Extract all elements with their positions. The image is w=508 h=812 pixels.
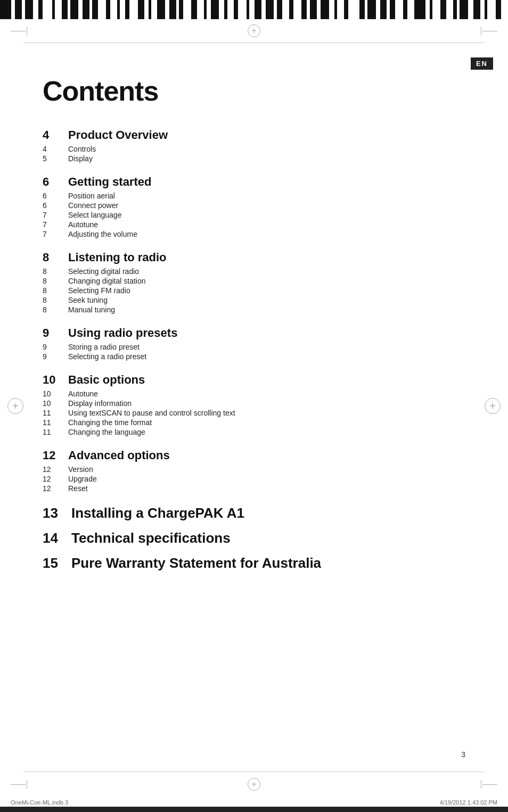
toc-item: 5Display <box>43 154 465 163</box>
item-page-number: 4 <box>43 145 60 153</box>
item-page-number: 7 <box>43 220 60 229</box>
large-section-number: 13 <box>43 505 63 521</box>
item-label: Seek tuning <box>68 296 108 304</box>
item-page-number: 12 <box>43 465 60 474</box>
toc-section: 4Product Overview4Controls5Display <box>43 128 465 163</box>
item-label: Connect power <box>68 201 118 210</box>
section-header: 12Advanced options <box>43 449 465 462</box>
main-content: Contents 4Product Overview4Controls5Disp… <box>0 43 508 612</box>
item-label: Storing a radio preset <box>68 343 140 351</box>
section-header: 9Using radio presets <box>43 326 465 340</box>
page-number: 3 <box>461 750 465 759</box>
toc-section-large: 15Pure Warranty Statement for Australia <box>43 555 465 571</box>
item-label: Autotune <box>68 390 98 398</box>
bottom-divider <box>23 772 485 772</box>
item-label: Selecting a radio preset <box>68 352 146 361</box>
toc-section: 9Using radio presets9Storing a radio pre… <box>43 326 465 361</box>
item-page-number: 9 <box>43 352 60 361</box>
item-label: Adjusting the volume <box>68 230 137 238</box>
item-page-number: 11 <box>43 418 60 427</box>
item-label: Autotune <box>68 220 98 229</box>
item-page-number: 8 <box>43 286 60 295</box>
item-label: Changing the language <box>68 428 145 436</box>
toc-items: 9Storing a radio preset9Selecting a radi… <box>43 342 465 361</box>
toc-item: 7Adjusting the volume <box>43 229 465 239</box>
item-label: Position aerial <box>68 192 115 200</box>
section-title: Listening to radio <box>68 251 167 264</box>
section-number: 8 <box>43 251 60 264</box>
item-label: Upgrade <box>68 475 97 483</box>
section-number: 12 <box>43 449 60 462</box>
item-page-number: 8 <box>43 296 60 304</box>
toc-items: 12Version12Upgrade12Reset <box>43 465 465 493</box>
top-right-crop <box>481 27 497 35</box>
section-header: 8Listening to radio <box>43 251 465 264</box>
toc-item: 10Display information <box>43 399 465 408</box>
item-page-number: 5 <box>43 154 60 163</box>
item-page-number: 8 <box>43 305 60 314</box>
large-section-title: Pure Warranty Statement for Australia <box>71 555 321 571</box>
toc-item: 8Selecting digital radio <box>43 267 465 276</box>
toc-item: 6Connect power <box>43 201 465 210</box>
section-header: 6Getting started <box>43 175 465 189</box>
item-label: Using textSCAN to pause and control scro… <box>68 409 235 417</box>
section-number: 9 <box>43 326 60 340</box>
item-page-number: 6 <box>43 192 60 200</box>
item-label: Select language <box>68 211 121 219</box>
toc-item: 12Reset <box>43 484 465 493</box>
item-label: Selecting digital radio <box>68 267 139 276</box>
bottom-barcode-strip <box>0 807 508 812</box>
item-page-number: 7 <box>43 230 60 238</box>
item-page-number: 8 <box>43 267 60 276</box>
section-title: Getting started <box>68 175 151 189</box>
item-label: Controls <box>68 145 96 153</box>
section-title: Advanced options <box>68 449 170 462</box>
toc-items: 4Controls5Display <box>43 144 465 163</box>
top-center-crosshair: + <box>248 24 260 37</box>
item-label: Manual tuning <box>68 305 115 314</box>
bottom-info-bar: OneMi-Coe-ML.indb 3 4/19/2012 1:43:02 PM <box>0 798 508 807</box>
toc-item: 12Upgrade <box>43 474 465 484</box>
toc-item: 11Using textSCAN to pause and control sc… <box>43 408 465 418</box>
bottom-info-right: 4/19/2012 1:43:02 PM <box>440 799 497 806</box>
toc-item: 8Selecting FM radio <box>43 286 465 295</box>
toc-item: 12Version <box>43 465 465 474</box>
toc-item: 9Selecting a radio preset <box>43 352 465 361</box>
item-page-number: 8 <box>43 277 60 285</box>
top-crop-marks-row: + <box>0 19 508 43</box>
item-page-number: 12 <box>43 475 60 483</box>
toc-items: 8Selecting digital radio8Changing digita… <box>43 267 465 314</box>
large-section-number: 15 <box>43 555 63 571</box>
toc-section-large: 14Technical specifications <box>43 530 465 546</box>
section-header: 10Basic options <box>43 373 465 387</box>
item-page-number: 11 <box>43 428 60 436</box>
item-page-number: 7 <box>43 211 60 219</box>
page-title: Contents <box>43 75 465 107</box>
top-barcode-strip <box>0 0 508 19</box>
toc-item: 7Select language <box>43 210 465 220</box>
item-page-number: 9 <box>43 343 60 351</box>
toc-item: 8Seek tuning <box>43 295 465 305</box>
toc-item: 9Storing a radio preset <box>43 342 465 352</box>
item-page-number: 10 <box>43 399 60 408</box>
large-section-header: 13Installing a ChargePAK A1 <box>43 505 465 521</box>
top-left-crop <box>11 27 27 35</box>
section-header: 4Product Overview <box>43 128 465 142</box>
toc-item: 8Changing digital station <box>43 276 465 286</box>
bottom-left-crop <box>11 780 27 789</box>
toc-section: 10Basic options10Autotune10Display infor… <box>43 373 465 437</box>
item-label: Reset <box>68 484 88 493</box>
section-title: Basic options <box>68 373 145 387</box>
item-page-number: 10 <box>43 390 60 398</box>
toc-item: 11Changing the language <box>43 427 465 437</box>
toc-item: 6Position aerial <box>43 191 465 201</box>
toc-item: 7Autotune <box>43 220 465 229</box>
toc-items: 10Autotune10Display information11Using t… <box>43 389 465 437</box>
toc-item: 11Changing the time format <box>43 418 465 427</box>
large-section-title: Installing a ChargePAK A1 <box>71 505 244 521</box>
item-page-number: 6 <box>43 201 60 210</box>
large-section-header: 15Pure Warranty Statement for Australia <box>43 555 465 571</box>
section-number: 10 <box>43 373 60 387</box>
toc-section: 6Getting started6Position aerial6Connect… <box>43 175 465 239</box>
item-label: Selecting FM radio <box>68 286 130 295</box>
